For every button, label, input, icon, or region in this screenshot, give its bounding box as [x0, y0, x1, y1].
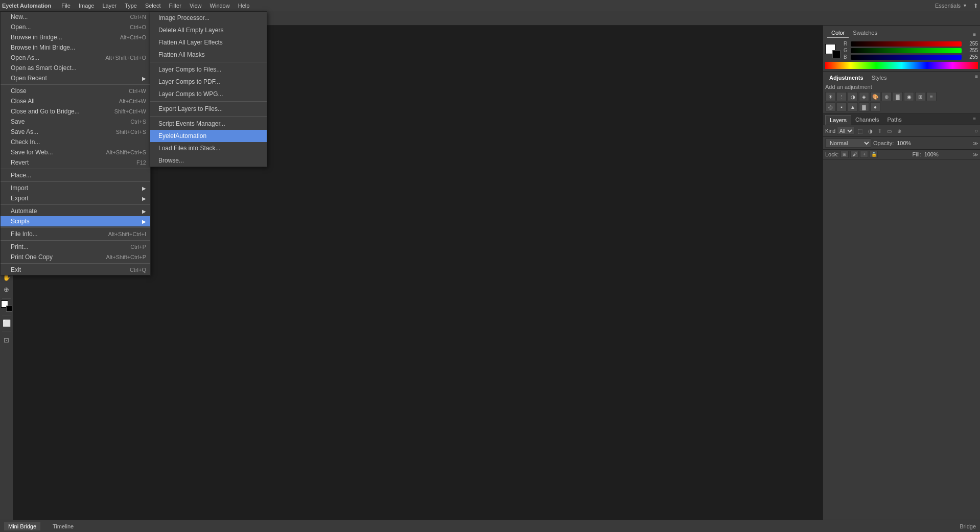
adj-curves[interactable]: ⋮	[836, 92, 847, 101]
menu-open[interactable]: Open... Ctrl+O	[1, 22, 150, 32]
zoom-tool[interactable]: ⊕	[1, 284, 12, 295]
menu-file-info[interactable]: File Info... Alt+Shift+Ctrl+I	[1, 229, 150, 239]
blend-mode-select[interactable]: Normal	[825, 138, 871, 148]
menu-scripts[interactable]: Scripts ▶	[1, 216, 150, 226]
menu-print[interactable]: Print... Ctrl+P	[1, 242, 150, 252]
menu-file[interactable]: File	[57, 0, 75, 11]
script-layer-comps-pdf-label: Layer Comps to PDF...	[158, 78, 220, 85]
menu-save-web[interactable]: Save for Web... Alt+Shift+Ctrl+S	[1, 147, 150, 157]
lock-all[interactable]: 🔒	[870, 151, 878, 158]
fg-bg-colors[interactable]	[1, 300, 12, 312]
adj-vibrance[interactable]: ◈	[859, 92, 869, 101]
menu-image[interactable]: Image	[75, 0, 99, 11]
quick-mask-tool[interactable]: ⬜	[1, 317, 12, 329]
layers-filter-type[interactable]: T	[876, 128, 883, 134]
tab-color[interactable]: Color	[827, 29, 849, 38]
menu-place[interactable]: Place...	[1, 170, 150, 180]
menu-view[interactable]: View	[185, 0, 206, 11]
layers-menu[interactable]: ≡	[971, 115, 978, 125]
layers-collapse[interactable]: ≫	[973, 141, 978, 146]
layers-filter-shape[interactable]: ▭	[885, 128, 894, 134]
tab-styles[interactable]: Styles	[868, 74, 891, 82]
fg-bg-swatch[interactable]	[825, 44, 841, 58]
lock-transparent[interactable]: ⊞	[841, 151, 849, 158]
menu-window[interactable]: Window	[206, 0, 234, 11]
menu-new[interactable]: New... Ctrl+N	[1, 12, 150, 22]
script-layer-comps-pdf[interactable]: Layer Comps to PDF...	[150, 76, 267, 88]
script-layer-comps-files[interactable]: Layer Comps to Files...	[150, 63, 267, 76]
script-events-manager[interactable]: Script Events Manager...	[150, 118, 267, 130]
screen-mode-tool[interactable]: ⊡	[1, 334, 12, 345]
menu-close-all[interactable]: Close All Alt+Ctrl+W	[1, 96, 150, 106]
script-flatten-masks[interactable]: Flatten All Masks	[150, 49, 267, 61]
script-image-processor-label: Image Processor...	[158, 14, 209, 21]
adj-color-balance[interactable]: ⊕	[881, 92, 892, 101]
menu-layer[interactable]: Layer	[98, 0, 121, 11]
adj-brightness[interactable]: ☀	[825, 92, 835, 101]
adjustments-menu[interactable]: ≡	[975, 74, 978, 82]
adj-invert[interactable]: ◎	[825, 102, 835, 111]
adj-gradient-map[interactable]: ▓	[859, 102, 869, 111]
menu-sep-2	[1, 169, 150, 169]
layers-filter-toggle[interactable]: ○	[974, 128, 978, 134]
menu-help[interactable]: Help	[234, 0, 254, 11]
menu-import[interactable]: Import ▶	[1, 183, 150, 193]
bg-color[interactable]	[832, 50, 841, 58]
lock-image[interactable]: 🖌	[850, 151, 858, 158]
fill-options[interactable]: ≫	[973, 152, 978, 157]
tab-layers[interactable]: Layers	[825, 115, 851, 125]
color-gradient-bar[interactable]	[825, 62, 978, 69]
lock-position[interactable]: +	[860, 151, 868, 158]
menu-select[interactable]: Select	[141, 0, 165, 11]
menu-open-as[interactable]: Open As... Alt+Shift+Ctrl+O	[1, 53, 150, 63]
script-image-processor[interactable]: Image Processor...	[150, 12, 267, 24]
script-load-files-stack[interactable]: Load Files into Stack...	[150, 142, 267, 154]
menu-open-smart[interactable]: Open as Smart Object...	[1, 63, 150, 73]
adj-photo-filter[interactable]: ◉	[904, 92, 914, 101]
menu-filter[interactable]: Filter	[165, 0, 185, 11]
menu-close[interactable]: Close Ctrl+W	[1, 86, 150, 96]
r-slider[interactable]	[851, 41, 962, 47]
layers-filter-smart[interactable]: ⊕	[895, 128, 903, 134]
tab-paths[interactable]: Paths	[883, 115, 906, 125]
menu-save[interactable]: Save Ctrl+S	[1, 117, 150, 127]
color-panel-menu[interactable]: ≡	[973, 32, 976, 37]
script-export-layers[interactable]: Export Layers to Files...	[150, 103, 267, 115]
tab-channels[interactable]: Channels	[851, 115, 883, 125]
layers-toolbar: Kind All ⬚ ◑ T ▭ ⊕ ○	[823, 125, 980, 137]
menu-revert[interactable]: Revert F12	[1, 157, 150, 168]
script-browse[interactable]: Browse...	[150, 154, 267, 167]
adj-exposure[interactable]: ◑	[848, 92, 858, 101]
layers-filter-pixel[interactable]: ⬚	[856, 128, 865, 134]
adj-color-lookup[interactable]: ≡	[926, 92, 937, 101]
layers-filter-adj[interactable]: ◑	[866, 128, 875, 134]
status-tab-timeline[interactable]: Timeline	[49, 522, 78, 530]
script-delete-empty-layers[interactable]: Delete All Empty Layers	[150, 24, 267, 36]
adj-selective-color[interactable]: ●	[870, 102, 880, 111]
g-slider[interactable]	[851, 48, 962, 53]
tab-swatches[interactable]: Swatches	[849, 29, 881, 38]
menu-export[interactable]: Export ▶	[1, 193, 150, 203]
script-flatten-effects[interactable]: Flatten All Layer Effects	[150, 36, 267, 49]
menu-save-as[interactable]: Save As... Shift+Ctrl+S	[1, 127, 150, 137]
tab-adjustments[interactable]: Adjustments	[825, 74, 868, 82]
kind-select[interactable]: All	[837, 127, 854, 135]
adj-hsl[interactable]: 🎨	[870, 92, 880, 101]
menu-browse-mini-bridge[interactable]: Browse in Mini Bridge...	[1, 42, 150, 53]
script-layer-comps-wpg[interactable]: Layer Comps to WPG...	[150, 88, 267, 100]
adj-threshold[interactable]: ▲	[848, 102, 858, 111]
menu-type[interactable]: Type	[121, 0, 141, 11]
adj-posterize[interactable]: ▪	[836, 102, 847, 111]
b-slider[interactable]	[851, 55, 962, 60]
menu-exit[interactable]: Exit Ctrl+Q	[1, 265, 150, 275]
adj-bw[interactable]: ▓	[893, 92, 903, 101]
adj-channel-mixer[interactable]: ⊞	[915, 92, 925, 101]
script-eyelet-automation[interactable]: EyeletAutomation	[150, 130, 267, 142]
status-tab-mini-bridge[interactable]: Mini Bridge	[4, 522, 40, 530]
menu-close-go-bridge[interactable]: Close and Go to Bridge... Shift+Ctrl+W	[1, 106, 150, 117]
menu-automate[interactable]: Automate ▶	[1, 206, 150, 216]
menu-print-one[interactable]: Print One Copy Alt+Shift+Ctrl+P	[1, 252, 150, 262]
menu-open-recent[interactable]: Open Recent ▶	[1, 73, 150, 83]
menu-check-in[interactable]: Check In...	[1, 137, 150, 147]
menu-browse-bridge[interactable]: Browse in Bridge... Alt+Ctrl+O	[1, 32, 150, 42]
